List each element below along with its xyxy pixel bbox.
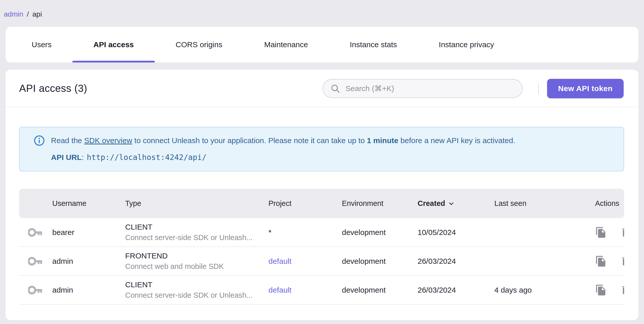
tab-cors-origins[interactable]: CORS origins <box>155 27 243 63</box>
delete-token-button[interactable] <box>620 256 624 267</box>
trash-icon <box>620 227 624 238</box>
copy-token-button[interactable] <box>595 255 607 267</box>
breadcrumb: admin / api <box>4 10 42 18</box>
trash-icon <box>620 256 624 267</box>
sdk-overview-link[interactable]: SDK overview <box>84 136 132 145</box>
table-row: bearer CLIENT Connect server-side SDK or… <box>19 218 624 247</box>
token-project-link[interactable]: default <box>268 257 291 265</box>
token-type: CLIENT <box>125 223 268 231</box>
new-api-token-button[interactable]: New API token <box>547 79 624 98</box>
banner-text: Read the SDK overview to connect Unleash… <box>51 135 515 146</box>
token-last-seen: 4 days ago <box>494 286 581 294</box>
table-row: admin FRONTEND Connect web and mobile SD… <box>19 247 624 276</box>
api-url-line: API URL: http://localhost:4242/api/ <box>51 153 613 162</box>
settings-tabs-card: Users API access CORS origins Maintenanc… <box>6 27 638 63</box>
content-header: API access (3) New API token <box>6 70 638 107</box>
tab-api-access-label: API access <box>93 40 134 49</box>
trash-icon <box>620 284 624 296</box>
delete-token-button[interactable] <box>620 227 624 238</box>
api-url-label: API URL <box>51 153 82 162</box>
active-tab-indicator <box>72 61 154 63</box>
search-input[interactable] <box>345 84 516 93</box>
page-title: API access (3) <box>19 82 87 94</box>
tab-api-access[interactable]: API access <box>72 27 154 63</box>
column-header-created[interactable]: Created <box>418 199 494 208</box>
sort-chevron-down-icon <box>448 200 455 207</box>
key-icon <box>28 256 43 267</box>
info-icon <box>34 135 45 146</box>
breadcrumb-separator: / <box>27 10 29 18</box>
token-project: * <box>268 228 342 237</box>
token-created-date: 26/03/2024 <box>418 286 494 294</box>
token-project-link[interactable]: default <box>268 286 291 294</box>
tab-bar: Users API access CORS origins Maintenanc… <box>6 27 638 63</box>
tab-maintenance[interactable]: Maintenance <box>243 27 329 63</box>
token-type-description: Connect server-side SDK or Unleash... <box>125 291 268 300</box>
breadcrumb-admin-link[interactable]: admin <box>4 10 23 18</box>
tab-instance-stats[interactable]: Instance stats <box>329 27 418 63</box>
column-header-username[interactable]: Username <box>52 199 125 208</box>
search-box[interactable] <box>323 79 523 98</box>
token-created-date: 26/03/2024 <box>418 257 494 266</box>
column-header-type[interactable]: Type <box>125 199 268 208</box>
column-header-actions: Actions <box>581 199 624 208</box>
copy-token-button[interactable] <box>595 227 607 238</box>
column-header-project[interactable]: Project <box>268 199 342 208</box>
copy-icon <box>595 284 607 296</box>
column-header-environment[interactable]: Environment <box>342 199 418 208</box>
column-header-last-seen[interactable]: Last seen <box>494 199 581 208</box>
token-environment: development <box>342 257 418 266</box>
copy-token-button[interactable] <box>595 284 607 296</box>
token-username: admin <box>52 257 125 266</box>
api-access-card: API access (3) New API token Read the SD… <box>6 70 638 320</box>
api-tokens-table: Username Type Project Environment Create… <box>19 189 624 305</box>
table-row: admin CLIENT Connect server-side SDK or … <box>19 276 624 305</box>
breadcrumb-current-page: api <box>32 10 42 18</box>
token-type: CLIENT <box>125 280 268 289</box>
header-vertical-divider <box>538 83 539 94</box>
token-environment: development <box>342 286 418 294</box>
delete-token-button[interactable] <box>620 284 624 296</box>
token-username: admin <box>52 286 125 294</box>
token-created-date: 10/05/2024 <box>418 228 494 237</box>
api-url-value: http://localhost:4242/api/ <box>87 153 207 162</box>
token-type-description: Connect web and mobile SDK <box>125 262 268 271</box>
token-environment: development <box>342 228 418 237</box>
token-username: bearer <box>52 228 125 237</box>
tab-users[interactable]: Users <box>11 27 72 63</box>
token-type-description: Connect server-side SDK or Unleash... <box>125 233 268 242</box>
search-icon <box>330 83 340 94</box>
key-icon <box>28 285 43 295</box>
tab-instance-privacy[interactable]: Instance privacy <box>418 27 515 63</box>
table-header-row: Username Type Project Environment Create… <box>19 189 624 218</box>
sdk-info-banner: Read the SDK overview to connect Unleash… <box>19 127 624 171</box>
key-icon <box>28 227 43 238</box>
copy-icon <box>595 227 607 238</box>
token-type: FRONTEND <box>125 252 268 260</box>
copy-icon <box>595 255 607 267</box>
